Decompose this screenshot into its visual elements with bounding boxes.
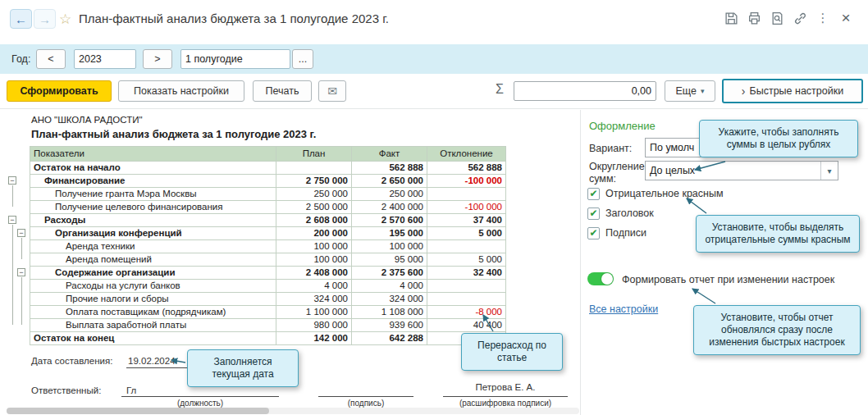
more-actions-button[interactable]: Еще▾	[665, 80, 715, 102]
cell-deviation[interactable]: -100 000	[427, 175, 506, 188]
save-icon[interactable]	[722, 10, 740, 26]
cell-indicator[interactable]: Прочие налоги и сборы	[30, 293, 276, 306]
sigma-icon: Σ	[496, 82, 504, 97]
cell-fact[interactable]: 250 000	[352, 188, 427, 201]
cell-deviation[interactable]	[427, 240, 506, 253]
cell-plan[interactable]: 2 500 000	[276, 201, 352, 214]
checkbox[interactable]: ✔	[587, 227, 600, 239]
cell-plan[interactable]: 100 000	[276, 253, 352, 267]
more-icon[interactable]: ⋮	[814, 10, 832, 26]
cell-plan[interactable]: 142 000	[276, 332, 352, 345]
scrollbar-thumb[interactable]	[7, 408, 269, 414]
cell-indicator[interactable]: Получение целевого финансирования	[30, 201, 276, 214]
cell-fact[interactable]: 100 000	[352, 240, 427, 253]
signature-line	[443, 396, 568, 397]
cell-plan[interactable]: 2 408 000	[276, 267, 352, 280]
cell-fact[interactable]: 2 400 000	[352, 201, 427, 214]
print-button[interactable]: Печать	[253, 80, 312, 102]
cell-fact[interactable]: 4 000	[352, 280, 427, 293]
favorite-star-icon[interactable]: ☆	[59, 11, 71, 28]
collapse-group-button[interactable]: −	[17, 268, 25, 276]
chevron-down-icon[interactable]: ▾	[820, 162, 838, 180]
next-year-button[interactable]: >	[143, 49, 172, 69]
toggle-report-auto-update[interactable]	[587, 272, 614, 285]
period-input[interactable]	[180, 49, 290, 69]
cell-indicator[interactable]: Остаток на конец	[30, 332, 276, 345]
cell-deviation[interactable]: 37 400	[427, 214, 506, 227]
cell-deviation[interactable]: 40 400	[427, 319, 506, 332]
cell-fact[interactable]: 2 570 600	[352, 214, 427, 227]
rounding-combobox[interactable]: До целых ▾	[645, 161, 838, 180]
cell-fact[interactable]: 324 000	[352, 293, 427, 306]
tooltip-auto-update: Установите, чтобы отчет обновлялся сразу…	[693, 305, 861, 355]
prev-year-button[interactable]: <	[36, 49, 66, 69]
cell-plan[interactable]: 324 000	[276, 293, 352, 306]
cell-indicator[interactable]: Аренда помещений	[30, 253, 276, 267]
show-settings-button[interactable]: Показать настройки	[118, 80, 244, 102]
collapse-group-button[interactable]: −	[8, 216, 16, 224]
print-icon[interactable]	[745, 10, 763, 26]
preview-icon[interactable]	[768, 10, 786, 26]
cell-deviation[interactable]: 32 400	[427, 267, 506, 280]
cell-plan[interactable]	[276, 162, 352, 175]
cell-deviation[interactable]	[427, 293, 506, 306]
cell-deviation[interactable]: 562 888	[427, 162, 506, 175]
checkbox-row[interactable]: ✔ Отрицательное красным	[587, 184, 834, 203]
cell-fact[interactable]: 1 108 000	[352, 306, 427, 319]
cell-fact[interactable]: 195 000	[352, 227, 427, 240]
column-header-deviation[interactable]: Отклонение	[427, 147, 506, 162]
cell-fact[interactable]: 2 375 600	[352, 267, 427, 280]
sum-input[interactable]	[514, 81, 656, 101]
cell-deviation[interactable]	[427, 280, 506, 293]
cell-plan[interactable]: 2 608 000	[276, 214, 352, 227]
cell-deviation[interactable]	[427, 188, 506, 201]
forward-button[interactable]: →	[34, 9, 56, 29]
cell-indicator[interactable]: Получение гранта Мэра Москвы	[30, 188, 276, 201]
generate-button[interactable]: Сформировать	[7, 80, 112, 102]
cell-indicator[interactable]: Расходы	[30, 214, 276, 227]
horizontal-scrollbar[interactable]	[7, 408, 579, 414]
cell-plan[interactable]: 1 100 000	[276, 306, 352, 319]
year-input[interactable]	[74, 49, 136, 69]
cell-plan[interactable]: 200 000	[276, 227, 352, 240]
checkbox[interactable]: ✔	[587, 208, 600, 220]
cell-fact[interactable]: 642 288	[352, 332, 427, 345]
mail-button[interactable]: ✉	[318, 80, 346, 102]
chevron-right-icon: ›	[742, 84, 746, 98]
all-settings-link[interactable]: Все настройки	[589, 303, 658, 315]
cell-deviation[interactable]: -100 000	[427, 201, 506, 214]
cell-deviation[interactable]: 5 000	[427, 253, 506, 267]
column-header-indicators[interactable]: Показатели	[30, 147, 276, 162]
column-header-fact[interactable]: Факт	[352, 147, 427, 162]
period-choose-button[interactable]: ...	[292, 49, 313, 69]
cell-indicator[interactable]: Расходы на услуги банков	[30, 280, 276, 293]
close-icon[interactable]: ×	[837, 10, 855, 26]
cell-plan[interactable]: 100 000	[276, 240, 352, 253]
cell-indicator[interactable]: Оплата поставщикам (подрядчикам)	[30, 306, 276, 319]
back-button[interactable]: ←	[10, 9, 32, 29]
checkbox[interactable]: ✔	[587, 188, 600, 200]
cell-fact[interactable]: 939 600	[352, 319, 427, 332]
cell-indicator[interactable]: Организация конференций	[30, 227, 276, 240]
cell-plan[interactable]: 250 000	[276, 188, 352, 201]
cell-fact[interactable]: 95 000	[352, 253, 427, 267]
cell-plan[interactable]: 2 750 000	[276, 175, 352, 188]
cell-plan[interactable]: 4 000	[276, 280, 352, 293]
cell-indicator[interactable]: Аренда техники	[30, 240, 276, 253]
link-icon[interactable]	[791, 10, 809, 26]
cell-deviation[interactable]: 5 000	[427, 227, 506, 240]
checkmark-icon: ✔	[589, 189, 597, 198]
quick-settings-button[interactable]: ›Быстрые настройки	[722, 79, 863, 103]
collapse-group-button[interactable]: −	[8, 176, 16, 185]
cell-indicator[interactable]: Выплата заработной платы	[30, 319, 276, 332]
column-header-plan[interactable]: План	[276, 147, 352, 162]
cell-fact[interactable]: 2 650 000	[352, 175, 427, 188]
collapse-group-button[interactable]: −	[17, 229, 25, 237]
cell-deviation[interactable]: -8 000	[427, 306, 506, 319]
cell-indicator[interactable]: Остаток на начало	[30, 162, 276, 175]
group-line	[12, 185, 13, 207]
cell-fact[interactable]: 562 888	[352, 162, 427, 175]
cell-indicator[interactable]: Финансирование	[30, 175, 276, 188]
cell-indicator[interactable]: Содержание организации	[30, 267, 276, 280]
cell-plan[interactable]: 980 000	[276, 319, 352, 332]
